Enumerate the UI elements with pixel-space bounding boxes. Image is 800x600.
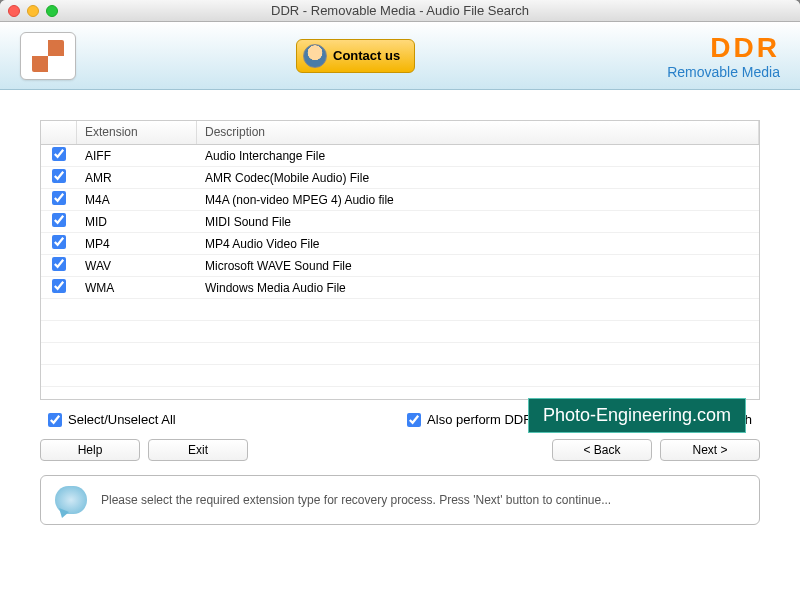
back-button[interactable]: < Back [552, 439, 652, 461]
table-row[interactable]: WAV Microsoft WAVE Sound File [41, 255, 759, 277]
row-checkbox[interactable] [52, 257, 66, 271]
select-all-label: Select/Unselect All [68, 412, 176, 427]
row-description: Audio Interchange File [197, 149, 759, 163]
row-check-cell [41, 169, 77, 186]
row-check-cell [41, 235, 77, 252]
banner-right: DDR Removable Media [667, 32, 780, 80]
logo-icon [32, 40, 64, 72]
thorough-scan-checkbox[interactable] [407, 413, 421, 427]
brand-subtitle: Removable Media [667, 64, 780, 80]
help-button[interactable]: Help [40, 439, 140, 461]
left-buttons: Help Exit [40, 439, 248, 461]
row-description: Microsoft WAVE Sound File [197, 259, 759, 273]
header-checkbox-col [41, 121, 77, 144]
row-check-cell [41, 257, 77, 274]
row-description: M4A (non-video MPEG 4) Audio file [197, 193, 759, 207]
row-extension: MID [77, 215, 197, 229]
row-check-cell [41, 279, 77, 296]
row-extension: MP4 [77, 237, 197, 251]
row-extension: AMR [77, 171, 197, 185]
row-checkbox[interactable] [52, 279, 66, 293]
select-all-checkbox[interactable] [48, 413, 62, 427]
select-all-option[interactable]: Select/Unselect All [48, 412, 176, 427]
row-checkbox[interactable] [52, 147, 66, 161]
table-row-empty [41, 365, 759, 387]
next-button[interactable]: Next > [660, 439, 760, 461]
row-description: MP4 Audio Video File [197, 237, 759, 251]
table-header: Extension Description [41, 121, 759, 145]
close-icon[interactable] [8, 5, 20, 17]
table-row[interactable]: M4A M4A (non-video MPEG 4) Audio file [41, 189, 759, 211]
table-row-empty [41, 343, 759, 365]
watermark: Photo-Engineering.com [528, 398, 746, 433]
speech-bubble-icon [55, 486, 87, 514]
table-body: AIFF Audio Interchange File AMR AMR Code… [41, 145, 759, 400]
table-row[interactable]: MP4 MP4 Audio Video File [41, 233, 759, 255]
logo-button[interactable] [20, 32, 76, 80]
row-extension: WAV [77, 259, 197, 273]
row-checkbox[interactable] [52, 169, 66, 183]
content-area: Extension Description AIFF Audio Interch… [0, 90, 800, 600]
header-banner: Contact us DDR Removable Media [0, 22, 800, 90]
hint-panel: Please select the required extension typ… [40, 475, 760, 525]
table-row-empty [41, 321, 759, 343]
row-check-cell [41, 191, 77, 208]
contact-us-button[interactable]: Contact us [296, 39, 415, 73]
maximize-icon[interactable] [46, 5, 58, 17]
row-extension: WMA [77, 281, 197, 295]
row-description: MIDI Sound File [197, 215, 759, 229]
table-row[interactable]: MID MIDI Sound File [41, 211, 759, 233]
row-check-cell [41, 213, 77, 230]
window-title: DDR - Removable Media - Audio File Searc… [271, 3, 529, 18]
table-row[interactable]: WMA Windows Media Audio File [41, 277, 759, 299]
app-window: DDR - Removable Media - Audio File Searc… [0, 0, 800, 600]
row-extension: M4A [77, 193, 197, 207]
table-row[interactable]: AMR AMR Codec(Mobile Audio) File [41, 167, 759, 189]
contact-icon [303, 44, 327, 68]
row-check-cell [41, 147, 77, 164]
table-row-empty [41, 299, 759, 321]
minimize-icon[interactable] [27, 5, 39, 17]
right-buttons: < Back Next > [552, 439, 760, 461]
row-description: Windows Media Audio File [197, 281, 759, 295]
window-controls [0, 5, 58, 17]
extension-table: Extension Description AIFF Audio Interch… [40, 120, 760, 400]
buttons-row: Help Exit < Back Next > [40, 435, 760, 465]
brand-text: DDR [667, 32, 780, 64]
header-extension[interactable]: Extension [77, 121, 197, 144]
header-description[interactable]: Description [197, 121, 759, 144]
exit-button[interactable]: Exit [148, 439, 248, 461]
titlebar: DDR - Removable Media - Audio File Searc… [0, 0, 800, 22]
row-checkbox[interactable] [52, 235, 66, 249]
row-extension: AIFF [77, 149, 197, 163]
contact-label: Contact us [333, 48, 400, 63]
row-checkbox[interactable] [52, 213, 66, 227]
hint-text: Please select the required extension typ… [101, 493, 745, 507]
banner-left: Contact us [20, 32, 415, 80]
row-checkbox[interactable] [52, 191, 66, 205]
table-row[interactable]: AIFF Audio Interchange File [41, 145, 759, 167]
row-description: AMR Codec(Mobile Audio) File [197, 171, 759, 185]
